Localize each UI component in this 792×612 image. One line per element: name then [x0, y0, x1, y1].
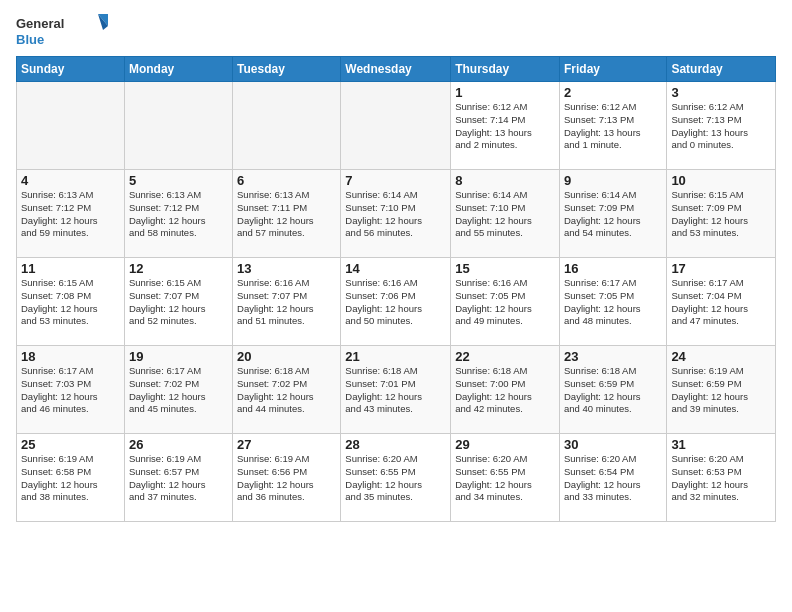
- week-row-4: 18Sunrise: 6:17 AM Sunset: 7:03 PM Dayli…: [17, 346, 776, 434]
- day-number: 2: [564, 85, 662, 100]
- empty-cell: [124, 82, 232, 170]
- day-cell-27: 27Sunrise: 6:19 AM Sunset: 6:56 PM Dayli…: [233, 434, 341, 522]
- day-number: 12: [129, 261, 228, 276]
- weekday-header-row: SundayMondayTuesdayWednesdayThursdayFrid…: [17, 57, 776, 82]
- day-cell-16: 16Sunrise: 6:17 AM Sunset: 7:05 PM Dayli…: [559, 258, 666, 346]
- day-info: Sunrise: 6:18 AM Sunset: 7:00 PM Dayligh…: [455, 365, 555, 416]
- day-cell-10: 10Sunrise: 6:15 AM Sunset: 7:09 PM Dayli…: [667, 170, 776, 258]
- weekday-header-monday: Monday: [124, 57, 232, 82]
- day-number: 18: [21, 349, 120, 364]
- day-cell-28: 28Sunrise: 6:20 AM Sunset: 6:55 PM Dayli…: [341, 434, 451, 522]
- day-number: 20: [237, 349, 336, 364]
- weekday-header-wednesday: Wednesday: [341, 57, 451, 82]
- day-number: 10: [671, 173, 771, 188]
- day-number: 31: [671, 437, 771, 452]
- day-number: 8: [455, 173, 555, 188]
- day-cell-5: 5Sunrise: 6:13 AM Sunset: 7:12 PM Daylig…: [124, 170, 232, 258]
- day-cell-9: 9Sunrise: 6:14 AM Sunset: 7:09 PM Daylig…: [559, 170, 666, 258]
- day-info: Sunrise: 6:17 AM Sunset: 7:05 PM Dayligh…: [564, 277, 662, 328]
- day-number: 11: [21, 261, 120, 276]
- calendar-table: SundayMondayTuesdayWednesdayThursdayFrid…: [16, 56, 776, 522]
- weekday-header-sunday: Sunday: [17, 57, 125, 82]
- day-info: Sunrise: 6:19 AM Sunset: 6:58 PM Dayligh…: [21, 453, 120, 504]
- svg-text:General: General: [16, 16, 64, 31]
- day-info: Sunrise: 6:15 AM Sunset: 7:08 PM Dayligh…: [21, 277, 120, 328]
- day-info: Sunrise: 6:13 AM Sunset: 7:12 PM Dayligh…: [129, 189, 228, 240]
- day-cell-3: 3Sunrise: 6:12 AM Sunset: 7:13 PM Daylig…: [667, 82, 776, 170]
- week-row-3: 11Sunrise: 6:15 AM Sunset: 7:08 PM Dayli…: [17, 258, 776, 346]
- day-number: 30: [564, 437, 662, 452]
- svg-text:Blue: Blue: [16, 32, 44, 47]
- day-cell-24: 24Sunrise: 6:19 AM Sunset: 6:59 PM Dayli…: [667, 346, 776, 434]
- day-info: Sunrise: 6:17 AM Sunset: 7:02 PM Dayligh…: [129, 365, 228, 416]
- day-number: 7: [345, 173, 446, 188]
- day-info: Sunrise: 6:14 AM Sunset: 7:10 PM Dayligh…: [455, 189, 555, 240]
- day-cell-11: 11Sunrise: 6:15 AM Sunset: 7:08 PM Dayli…: [17, 258, 125, 346]
- day-info: Sunrise: 6:17 AM Sunset: 7:04 PM Dayligh…: [671, 277, 771, 328]
- day-cell-8: 8Sunrise: 6:14 AM Sunset: 7:10 PM Daylig…: [451, 170, 560, 258]
- day-number: 22: [455, 349, 555, 364]
- day-cell-6: 6Sunrise: 6:13 AM Sunset: 7:11 PM Daylig…: [233, 170, 341, 258]
- day-cell-20: 20Sunrise: 6:18 AM Sunset: 7:02 PM Dayli…: [233, 346, 341, 434]
- day-info: Sunrise: 6:20 AM Sunset: 6:55 PM Dayligh…: [345, 453, 446, 504]
- day-number: 27: [237, 437, 336, 452]
- day-cell-13: 13Sunrise: 6:16 AM Sunset: 7:07 PM Dayli…: [233, 258, 341, 346]
- generalblue-logo: General Blue: [16, 12, 116, 50]
- day-cell-29: 29Sunrise: 6:20 AM Sunset: 6:55 PM Dayli…: [451, 434, 560, 522]
- weekday-header-friday: Friday: [559, 57, 666, 82]
- week-row-2: 4Sunrise: 6:13 AM Sunset: 7:12 PM Daylig…: [17, 170, 776, 258]
- header: General Blue: [0, 0, 792, 56]
- day-cell-26: 26Sunrise: 6:19 AM Sunset: 6:57 PM Dayli…: [124, 434, 232, 522]
- day-info: Sunrise: 6:18 AM Sunset: 6:59 PM Dayligh…: [564, 365, 662, 416]
- day-number: 5: [129, 173, 228, 188]
- day-cell-17: 17Sunrise: 6:17 AM Sunset: 7:04 PM Dayli…: [667, 258, 776, 346]
- weekday-header-tuesday: Tuesday: [233, 57, 341, 82]
- day-cell-2: 2Sunrise: 6:12 AM Sunset: 7:13 PM Daylig…: [559, 82, 666, 170]
- day-cell-23: 23Sunrise: 6:18 AM Sunset: 6:59 PM Dayli…: [559, 346, 666, 434]
- day-number: 9: [564, 173, 662, 188]
- day-info: Sunrise: 6:20 AM Sunset: 6:54 PM Dayligh…: [564, 453, 662, 504]
- day-number: 3: [671, 85, 771, 100]
- day-info: Sunrise: 6:14 AM Sunset: 7:09 PM Dayligh…: [564, 189, 662, 240]
- day-number: 17: [671, 261, 771, 276]
- day-info: Sunrise: 6:19 AM Sunset: 6:59 PM Dayligh…: [671, 365, 771, 416]
- day-info: Sunrise: 6:20 AM Sunset: 6:53 PM Dayligh…: [671, 453, 771, 504]
- day-info: Sunrise: 6:18 AM Sunset: 7:02 PM Dayligh…: [237, 365, 336, 416]
- day-cell-4: 4Sunrise: 6:13 AM Sunset: 7:12 PM Daylig…: [17, 170, 125, 258]
- day-cell-12: 12Sunrise: 6:15 AM Sunset: 7:07 PM Dayli…: [124, 258, 232, 346]
- day-info: Sunrise: 6:20 AM Sunset: 6:55 PM Dayligh…: [455, 453, 555, 504]
- day-number: 16: [564, 261, 662, 276]
- day-cell-22: 22Sunrise: 6:18 AM Sunset: 7:00 PM Dayli…: [451, 346, 560, 434]
- day-info: Sunrise: 6:16 AM Sunset: 7:07 PM Dayligh…: [237, 277, 336, 328]
- day-number: 26: [129, 437, 228, 452]
- day-info: Sunrise: 6:15 AM Sunset: 7:07 PM Dayligh…: [129, 277, 228, 328]
- day-number: 14: [345, 261, 446, 276]
- weekday-header-saturday: Saturday: [667, 57, 776, 82]
- day-info: Sunrise: 6:16 AM Sunset: 7:06 PM Dayligh…: [345, 277, 446, 328]
- day-cell-21: 21Sunrise: 6:18 AM Sunset: 7:01 PM Dayli…: [341, 346, 451, 434]
- weekday-header-thursday: Thursday: [451, 57, 560, 82]
- day-number: 23: [564, 349, 662, 364]
- day-number: 21: [345, 349, 446, 364]
- day-cell-19: 19Sunrise: 6:17 AM Sunset: 7:02 PM Dayli…: [124, 346, 232, 434]
- day-cell-14: 14Sunrise: 6:16 AM Sunset: 7:06 PM Dayli…: [341, 258, 451, 346]
- day-cell-7: 7Sunrise: 6:14 AM Sunset: 7:10 PM Daylig…: [341, 170, 451, 258]
- day-cell-31: 31Sunrise: 6:20 AM Sunset: 6:53 PM Dayli…: [667, 434, 776, 522]
- day-info: Sunrise: 6:16 AM Sunset: 7:05 PM Dayligh…: [455, 277, 555, 328]
- week-row-5: 25Sunrise: 6:19 AM Sunset: 6:58 PM Dayli…: [17, 434, 776, 522]
- day-info: Sunrise: 6:18 AM Sunset: 7:01 PM Dayligh…: [345, 365, 446, 416]
- day-info: Sunrise: 6:19 AM Sunset: 6:57 PM Dayligh…: [129, 453, 228, 504]
- day-info: Sunrise: 6:13 AM Sunset: 7:11 PM Dayligh…: [237, 189, 336, 240]
- empty-cell: [17, 82, 125, 170]
- day-number: 29: [455, 437, 555, 452]
- day-cell-30: 30Sunrise: 6:20 AM Sunset: 6:54 PM Dayli…: [559, 434, 666, 522]
- logo: General Blue: [16, 12, 116, 50]
- day-cell-1: 1Sunrise: 6:12 AM Sunset: 7:14 PM Daylig…: [451, 82, 560, 170]
- day-number: 6: [237, 173, 336, 188]
- day-info: Sunrise: 6:13 AM Sunset: 7:12 PM Dayligh…: [21, 189, 120, 240]
- day-info: Sunrise: 6:12 AM Sunset: 7:13 PM Dayligh…: [564, 101, 662, 152]
- day-info: Sunrise: 6:14 AM Sunset: 7:10 PM Dayligh…: [345, 189, 446, 240]
- day-number: 19: [129, 349, 228, 364]
- day-info: Sunrise: 6:19 AM Sunset: 6:56 PM Dayligh…: [237, 453, 336, 504]
- day-info: Sunrise: 6:12 AM Sunset: 7:13 PM Dayligh…: [671, 101, 771, 152]
